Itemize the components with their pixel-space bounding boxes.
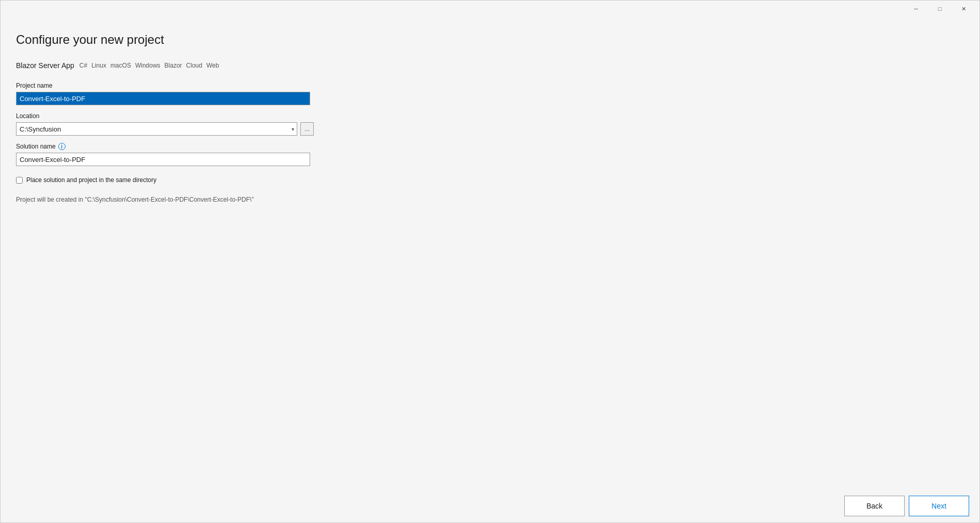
footer: Back Next bbox=[1, 489, 979, 522]
browse-button[interactable]: ... bbox=[300, 122, 314, 136]
same-directory-row: Place solution and project in the same d… bbox=[16, 176, 959, 184]
app-name: Blazor Server App bbox=[16, 61, 74, 70]
location-group: Location C:\Syncfusion ▾ ... bbox=[16, 112, 959, 136]
tag-list: C# Linux macOS Windows Blazor Cloud Web bbox=[79, 62, 219, 69]
app-row: Blazor Server App C# Linux macOS Windows… bbox=[16, 61, 959, 70]
tag-cloud: Cloud bbox=[186, 62, 202, 69]
project-name-group: Project name bbox=[16, 82, 959, 105]
project-path-info: Project will be created in "C:\Syncfusio… bbox=[16, 196, 959, 203]
tag-macos: macOS bbox=[110, 62, 131, 69]
location-row: C:\Syncfusion ▾ ... bbox=[16, 122, 959, 136]
location-label: Location bbox=[16, 112, 959, 120]
restore-button[interactable]: □ bbox=[928, 1, 952, 17]
next-button[interactable]: Next bbox=[909, 496, 969, 516]
main-content: Configure your new project Blazor Server… bbox=[1, 17, 979, 489]
close-button[interactable]: ✕ bbox=[952, 1, 975, 17]
tag-windows: Windows bbox=[135, 62, 160, 69]
page-title: Configure your new project bbox=[16, 32, 959, 47]
location-wrapper: C:\Syncfusion ▾ bbox=[16, 122, 297, 136]
form-section: Project name Location C:\Syncfusion ▾ . bbox=[16, 82, 959, 203]
tag-csharp: C# bbox=[79, 62, 87, 69]
solution-name-group: Solution name i bbox=[16, 143, 959, 166]
project-name-label: Project name bbox=[16, 82, 959, 89]
solution-name-label: Solution name i bbox=[16, 143, 959, 150]
same-directory-checkbox[interactable] bbox=[16, 177, 23, 184]
tag-web: Web bbox=[206, 62, 219, 69]
minimize-button[interactable]: ─ bbox=[904, 1, 928, 17]
titlebar: ─ □ ✕ bbox=[1, 1, 979, 17]
location-select[interactable]: C:\Syncfusion bbox=[16, 122, 297, 136]
main-window: ─ □ ✕ Configure your new project Blazor … bbox=[0, 0, 980, 523]
solution-name-info-icon[interactable]: i bbox=[58, 143, 66, 150]
solution-name-input[interactable] bbox=[16, 153, 310, 166]
same-directory-label[interactable]: Place solution and project in the same d… bbox=[26, 176, 156, 184]
tag-linux: Linux bbox=[91, 62, 106, 69]
tag-blazor: Blazor bbox=[165, 62, 182, 69]
project-name-input[interactable] bbox=[16, 92, 310, 105]
back-button[interactable]: Back bbox=[844, 496, 905, 516]
